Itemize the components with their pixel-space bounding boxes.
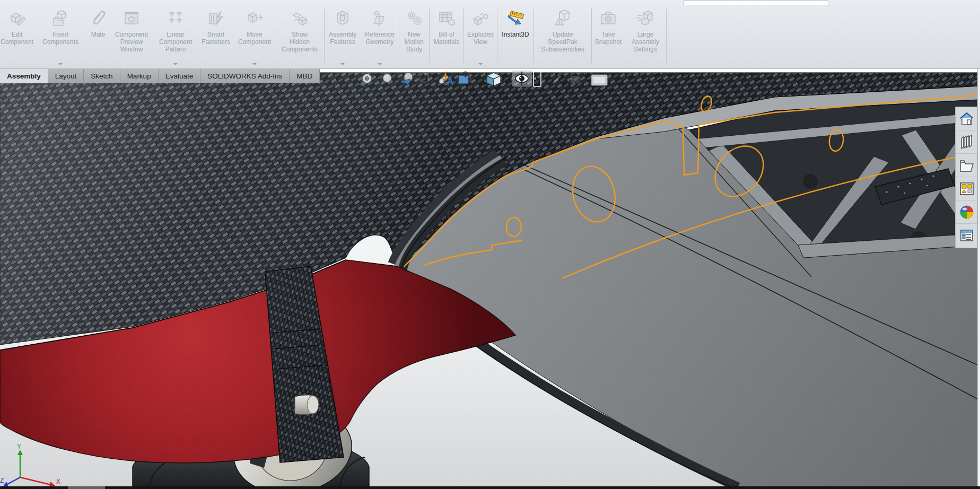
dropdown-arrow-icon[interactable] bbox=[173, 63, 178, 65]
mate-button[interactable]: Mate bbox=[87, 5, 109, 68]
mate-icon bbox=[88, 8, 109, 29]
tab-solidworks-add-ins[interactable]: SOLIDWORKS Add-Ins bbox=[200, 69, 290, 83]
design-library-icon bbox=[959, 134, 975, 150]
bill-of-materials-icon bbox=[436, 8, 457, 29]
home-tab[interactable] bbox=[956, 107, 977, 130]
tab-mbd[interactable]: MBD bbox=[290, 69, 320, 83]
reference-geometry-icon bbox=[369, 8, 390, 29]
show-hidden-components-button[interactable]: Show Hidden Components bbox=[275, 5, 324, 68]
update-speedpak-icon bbox=[552, 8, 573, 29]
button-label: Edit Component bbox=[1, 31, 33, 46]
view-palette-tab[interactable] bbox=[956, 177, 977, 200]
take-snapshot-icon bbox=[598, 8, 619, 29]
titlebar-strip bbox=[0, 0, 980, 5]
appearances-scenes-icon bbox=[959, 204, 975, 220]
smart-fasteners-button[interactable]: Smart Fasteners bbox=[197, 5, 234, 68]
move-component-icon bbox=[244, 8, 265, 29]
edit-component-button[interactable]: Edit Component bbox=[0, 5, 34, 68]
update-speedpak-subassemblies-button[interactable]: Update SpeedPak Subassemblies bbox=[534, 5, 591, 68]
linear-pattern-icon bbox=[165, 8, 186, 29]
move-component-button[interactable]: Move Component bbox=[234, 5, 275, 68]
triad-y-label: Y bbox=[17, 443, 21, 450]
view-palette-icon bbox=[959, 181, 975, 197]
dropdown-arrow-icon[interactable] bbox=[478, 63, 483, 65]
dropdown-arrow-icon[interactable] bbox=[340, 63, 345, 65]
full-screen-icon[interactable] bbox=[591, 75, 607, 85]
triad-z-label: Z bbox=[0, 477, 4, 484]
smart-fasteners-icon bbox=[205, 8, 226, 29]
linear-component-pattern-button[interactable]: Linear Component Pattern bbox=[154, 5, 197, 68]
insert-components-button[interactable]: Insert Components bbox=[34, 5, 87, 68]
reference-geometry-button[interactable]: Reference Geometry bbox=[361, 5, 399, 68]
design-library-tab[interactable] bbox=[956, 130, 977, 154]
show-hidden-icon bbox=[289, 8, 310, 29]
ribbon-group-separator bbox=[666, 8, 667, 63]
ribbon-toolbar: Edit Component Insert Components Mate Co… bbox=[0, 5, 980, 69]
file-explorer-tab[interactable] bbox=[956, 154, 977, 177]
dropdown-arrow-icon[interactable] bbox=[58, 63, 63, 65]
custom-properties-tab[interactable] bbox=[956, 224, 977, 247]
tab-sketch[interactable]: Sketch bbox=[84, 69, 120, 83]
display-style-icon[interactable] bbox=[487, 73, 501, 86]
exploded-view-button[interactable]: Exploded View bbox=[464, 5, 497, 68]
hide-show-items-icon[interactable] bbox=[512, 71, 536, 86]
search-box-remnant[interactable] bbox=[683, 1, 828, 5]
exploded-view-icon bbox=[470, 8, 491, 29]
command-manager-tabs: Assembly Layout Sketch Markup Evaluate S… bbox=[0, 69, 320, 83]
tab-evaluate[interactable]: Evaluate bbox=[159, 69, 201, 83]
solidworks-window: Edit Component Insert Components Mate Co… bbox=[0, 0, 980, 489]
custom-properties-icon bbox=[959, 228, 975, 243]
tab-layout[interactable]: Layout bbox=[48, 69, 84, 83]
motion-study-icon bbox=[404, 8, 425, 29]
axle-pin bbox=[295, 395, 319, 415]
edit-component-icon bbox=[6, 8, 28, 29]
instant3d-icon bbox=[505, 8, 526, 29]
annotations-disabled-icon[interactable] bbox=[571, 76, 580, 83]
triad-x-label: X bbox=[56, 478, 60, 485]
dropdown-arrow-icon[interactable] bbox=[378, 63, 382, 65]
appearances-scenes-tab[interactable] bbox=[956, 200, 977, 224]
new-motion-study-button[interactable]: New Motion Study bbox=[399, 5, 429, 68]
large-assembly-settings-icon bbox=[635, 8, 656, 29]
take-snapshot-button[interactable]: Take Snapshot bbox=[592, 5, 625, 68]
dropdown-arrow-icon[interactable] bbox=[252, 63, 257, 65]
graphics-area[interactable]: Y X Z bbox=[0, 69, 980, 489]
tab-assembly[interactable]: Assembly bbox=[0, 69, 48, 83]
component-preview-window-button[interactable]: Component Preview Window bbox=[109, 5, 154, 68]
large-assembly-settings-button[interactable]: Large Assembly Settings bbox=[625, 5, 666, 68]
assembly-features-icon bbox=[332, 8, 353, 29]
component-preview-icon bbox=[121, 8, 142, 29]
task-pane-tab-strip bbox=[955, 107, 978, 248]
bill-of-materials-button[interactable]: Bill of Materials bbox=[430, 5, 463, 68]
insert-components-icon bbox=[50, 8, 71, 29]
tab-markup[interactable]: Markup bbox=[120, 69, 159, 83]
file-explorer-icon bbox=[959, 158, 975, 173]
assembly-features-button[interactable]: Assembly Features bbox=[325, 5, 361, 68]
bottom-edge-strip bbox=[0, 486, 980, 489]
instant3d-button[interactable]: Instant3D bbox=[497, 5, 533, 68]
home-icon bbox=[959, 111, 975, 127]
